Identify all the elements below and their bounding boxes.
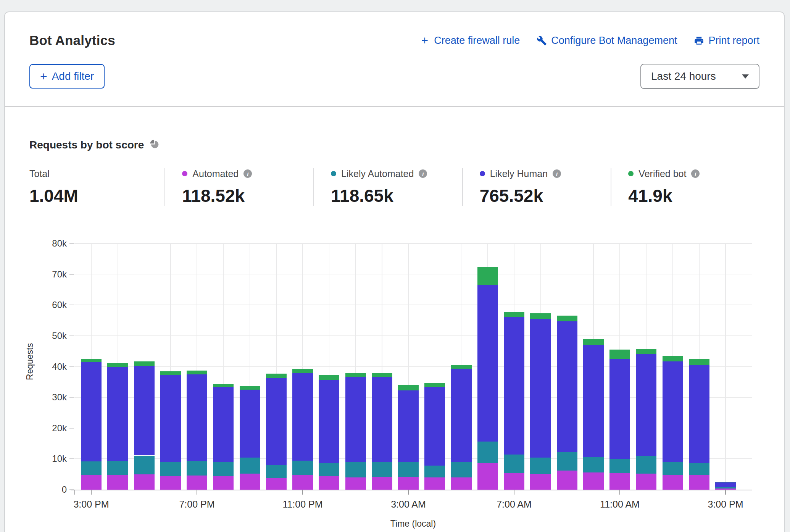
bar-segment-verified-bot[interactable] (187, 371, 207, 374)
bar-segment-automated[interactable] (583, 472, 604, 490)
info-icon[interactable]: i (553, 169, 561, 178)
bar-segment-automated[interactable] (107, 475, 128, 490)
bar-segment-likely-human[interactable] (134, 366, 155, 456)
bar-segment-likely-human[interactable] (372, 377, 392, 462)
bar-segment-likely-human[interactable] (160, 375, 181, 462)
bar-segment-automated[interactable] (345, 477, 366, 490)
bar-segment-verified-bot[interactable] (81, 359, 102, 363)
bar-segment-automated[interactable] (477, 463, 498, 490)
bar-segment-likely-human[interactable] (477, 285, 498, 442)
print-report-link[interactable]: Print report (694, 35, 759, 47)
bar-segment-likely-human[interactable] (213, 387, 234, 462)
bar-segment-automated[interactable] (240, 474, 260, 490)
bar-segment-likely-human[interactable] (81, 362, 102, 461)
bar-segment-likely-human[interactable] (451, 369, 472, 461)
bar-segment-likely-human[interactable] (292, 373, 313, 461)
bar-segment-likely-automated[interactable] (292, 461, 313, 475)
bar-segment-verified-bot[interactable] (609, 350, 630, 358)
bar-segment-verified-bot[interactable] (160, 371, 181, 375)
bar-segment-automated[interactable] (636, 474, 656, 490)
bar-segment-likely-automated[interactable] (81, 461, 102, 475)
bar-segment-likely-automated[interactable] (213, 462, 234, 476)
bar-segment-likely-automated[interactable] (424, 466, 445, 477)
bar-segment-likely-human[interactable] (557, 321, 577, 452)
bar-segment-likely-human[interactable] (319, 380, 339, 463)
add-filter-button[interactable]: + Add filter (29, 64, 105, 89)
bar-segment-automated[interactable] (557, 471, 577, 490)
bar-segment-likely-human[interactable] (663, 361, 683, 462)
bar-segment-likely-automated[interactable] (372, 462, 392, 477)
bar-segment-verified-bot[interactable] (134, 361, 155, 366)
bar-segment-automated[interactable] (134, 474, 155, 490)
configure-bot-management-link[interactable]: Configure Bot Management (537, 35, 677, 47)
bar-segment-verified-bot[interactable] (292, 369, 313, 373)
bar-segment-automated[interactable] (424, 477, 445, 490)
bar-segment-likely-automated[interactable] (663, 462, 683, 475)
bar-segment-likely-automated[interactable] (187, 461, 207, 476)
bar-segment-likely-automated[interactable] (398, 462, 419, 477)
bar-segment-likely-automated[interactable] (715, 487, 736, 488)
bar-segment-automated[interactable] (319, 476, 339, 490)
bar-segment-automated[interactable] (530, 474, 551, 490)
bar-segment-verified-bot[interactable] (557, 316, 577, 321)
bar-segment-verified-bot[interactable] (689, 359, 709, 365)
create-firewall-rule-link[interactable]: Create firewall rule (420, 35, 520, 47)
bar-segment-verified-bot[interactable] (715, 482, 736, 482)
bar-segment-verified-bot[interactable] (266, 374, 287, 377)
bar-segment-likely-automated[interactable] (266, 465, 287, 477)
bar-segment-likely-human[interactable] (240, 390, 260, 458)
bar-segment-likely-automated[interactable] (557, 452, 577, 471)
bar-segment-likely-automated[interactable] (636, 456, 656, 474)
info-icon[interactable]: i (243, 169, 252, 178)
bar-segment-likely-human[interactable] (609, 359, 630, 459)
bar-segment-likely-automated[interactable] (319, 463, 339, 476)
bar-segment-automated[interactable] (372, 477, 392, 490)
bar-segment-likely-human[interactable] (636, 354, 656, 456)
bar-segment-likely-human[interactable] (424, 387, 445, 466)
bar-segment-verified-bot[interactable] (504, 312, 524, 317)
time-range-select[interactable]: Last 24 hours (640, 64, 759, 89)
bar-segment-likely-human[interactable] (345, 377, 366, 462)
bar-segment-automated[interactable] (187, 476, 207, 490)
bar-segment-likely-automated[interactable] (160, 462, 181, 476)
bar-segment-verified-bot[interactable] (319, 375, 339, 380)
bar-segment-automated[interactable] (451, 477, 472, 490)
bar-segment-likely-automated[interactable] (240, 458, 260, 474)
bar-segment-likely-automated[interactable] (530, 458, 551, 474)
bar-segment-likely-automated[interactable] (477, 442, 498, 463)
bar-segment-verified-bot[interactable] (213, 384, 234, 387)
bar-segment-automated[interactable] (213, 476, 234, 490)
bar-segment-likely-human[interactable] (266, 378, 287, 466)
bar-segment-verified-bot[interactable] (424, 383, 445, 387)
bar-segment-verified-bot[interactable] (372, 373, 392, 377)
bar-segment-likely-human[interactable] (715, 482, 736, 487)
bar-segment-likely-human[interactable] (583, 345, 604, 457)
bar-segment-verified-bot[interactable] (477, 267, 498, 285)
bar-segment-automated[interactable] (160, 476, 181, 490)
bar-segment-verified-bot[interactable] (398, 385, 419, 390)
bar-segment-automated[interactable] (81, 475, 102, 490)
bar-segment-automated[interactable] (663, 475, 683, 490)
bar-segment-likely-automated[interactable] (134, 456, 155, 474)
bar-segment-likely-human[interactable] (530, 319, 551, 458)
bar-segment-likely-automated[interactable] (504, 455, 524, 473)
bar-segment-verified-bot[interactable] (107, 363, 128, 367)
bar-segment-verified-bot[interactable] (583, 339, 604, 345)
bar-segment-automated[interactable] (398, 477, 419, 490)
bar-segment-likely-human[interactable] (398, 390, 419, 462)
bar-segment-verified-bot[interactable] (345, 373, 366, 377)
bar-segment-verified-bot[interactable] (530, 313, 551, 319)
bar-segment-automated[interactable] (292, 475, 313, 490)
bar-segment-likely-automated[interactable] (583, 457, 604, 472)
bar-segment-verified-bot[interactable] (240, 386, 260, 390)
info-icon[interactable]: i (419, 169, 427, 178)
bar-segment-verified-bot[interactable] (451, 365, 472, 369)
bar-segment-automated[interactable] (504, 473, 524, 490)
bar-segment-likely-automated[interactable] (689, 463, 709, 475)
bar-segment-likely-human[interactable] (187, 374, 207, 461)
bar-segment-automated[interactable] (689, 475, 709, 490)
bar-segment-verified-bot[interactable] (663, 356, 683, 361)
bar-segment-verified-bot[interactable] (636, 349, 656, 354)
bar-segment-automated[interactable] (266, 478, 287, 490)
bar-segment-likely-human[interactable] (504, 317, 524, 455)
